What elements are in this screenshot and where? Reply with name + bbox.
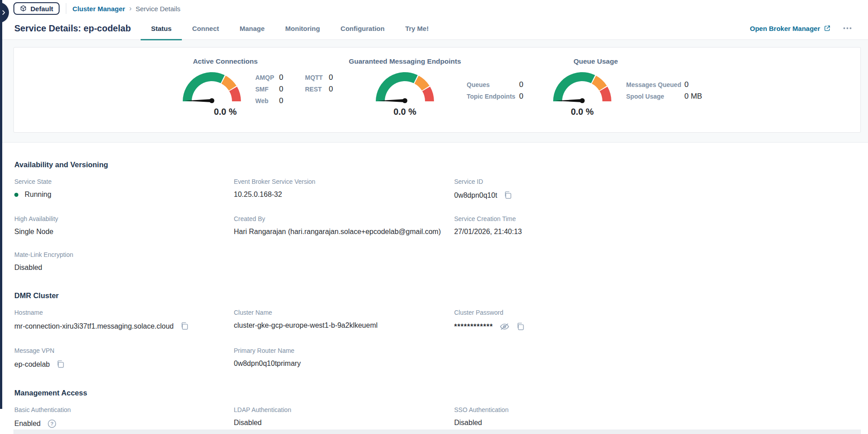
stat-label: REST <box>305 83 329 95</box>
field-service-id: Service ID 0w8dpn0q10t <box>454 178 852 200</box>
tab-try-me[interactable]: Try Me! <box>395 17 439 40</box>
guaranteed-messaging-endpoints-gauge <box>374 69 436 104</box>
copy-icon[interactable] <box>180 321 189 331</box>
topbar-divider <box>66 3 66 14</box>
stat-value: 0 <box>519 79 523 91</box>
tab-configuration[interactable]: Configuration <box>330 17 395 40</box>
queue-usage-gauge <box>551 69 614 104</box>
svg-text:?: ? <box>50 421 53 426</box>
field-value: Enabled <box>14 420 41 428</box>
service-status-gauges-card: Active Connections 0.0 % AMQP 0 MQTT 0 S… <box>13 47 861 133</box>
field-service-creation-time: Service Creation Time 27/01/2026, 21:40:… <box>454 215 852 236</box>
field-created-by: Created By Hari Rangarajan (hari.rangara… <box>234 215 454 236</box>
field-label: LDAP Authentication <box>234 406 454 413</box>
field-label: Cluster Name <box>234 309 454 316</box>
field-mate-link-encryption: Mate-Link Encryption Disabled <box>14 251 234 272</box>
section-availability-and-versioning: Availability and Versioning Service Stat… <box>14 161 852 272</box>
tab-connect[interactable]: Connect <box>182 17 229 40</box>
field-label: Cluster Password <box>454 309 852 316</box>
stat-value: 0 <box>279 72 305 83</box>
field-label: Basic Authentication <box>14 406 234 413</box>
stat-value: 0 <box>684 79 702 91</box>
page-title: Service Details: ep-codelab <box>14 23 131 34</box>
field-label: Created By <box>234 215 454 222</box>
section-management-access: Management Access Basic Authentication E… <box>14 389 852 429</box>
tab-manage[interactable]: Manage <box>229 17 275 40</box>
guaranteed-messaging-endpoints-percent: 0.0 % <box>374 107 436 117</box>
field-value: Disabled <box>454 419 482 427</box>
queue-usage-title: Queue Usage <box>520 57 672 65</box>
field-value: Running <box>25 191 52 199</box>
field-high-availability: High Availability Single Node <box>14 215 234 236</box>
field-message-vpn: Message VPN ep-codelab <box>14 347 234 369</box>
header-actions: Open Broker Manager <box>750 25 852 32</box>
stat-label: Web <box>255 95 279 107</box>
field-label: Service Creation Time <box>454 215 852 222</box>
stat-value: 0 <box>519 91 523 102</box>
active-connections-title: Active Connections <box>149 57 301 65</box>
stat-label: Messages Queued <box>626 79 684 91</box>
field-value: Single Node <box>14 228 53 236</box>
tab-bar: Status Connect Manage Monitoring Configu… <box>141 17 439 40</box>
field-label: Service ID <box>454 178 852 185</box>
copy-icon[interactable] <box>56 360 65 369</box>
page-title-prefix: Service Details: <box>14 23 81 33</box>
breadcrumb-cluster-manager-link[interactable]: Cluster Manager <box>73 5 125 13</box>
stat-label: SMF <box>255 83 279 95</box>
open-broker-manager-link[interactable]: Open Broker Manager <box>750 25 831 32</box>
field-value-masked: ************ <box>454 323 493 331</box>
active-connections-percent: 0.0 % <box>194 107 257 117</box>
more-options-icon[interactable] <box>842 25 852 32</box>
help-icon[interactable]: ? <box>47 419 57 429</box>
field-service-state: Service State Running <box>14 178 234 200</box>
upgrades-table-header-strip <box>13 430 861 434</box>
environment-badge[interactable]: Default <box>13 2 60 15</box>
field-basic-authentication: Basic Authentication Enabled ? <box>14 406 234 429</box>
field-label: SSO Authentication <box>454 406 852 413</box>
field-value: Hari Rangarajan (hari.rangarajan.solace+… <box>234 228 441 236</box>
collapsed-sidebar-rail <box>0 0 2 409</box>
field-cluster-name: Cluster Name cluster-gke-gcp-europe-west… <box>234 309 454 332</box>
running-status-dot-icon <box>14 193 18 197</box>
top-bar: Default Cluster Manager › Service Detail… <box>0 0 868 17</box>
section-heading: Availability and Versioning <box>14 161 852 169</box>
field-value: 0w8dpn0q10tprimary <box>234 360 301 368</box>
section-heading: DMR Cluster <box>14 291 852 300</box>
field-label: Hostname <box>14 309 234 316</box>
breadcrumb-separator-icon: › <box>129 4 131 13</box>
stat-value: 0 MB <box>684 91 702 102</box>
field-value: mr-connection-xiru3i37tf1.messaging.sola… <box>14 322 174 330</box>
copy-icon[interactable] <box>516 322 525 331</box>
guaranteed-messaging-endpoints-title: Guaranteed Messaging Endpoints <box>329 57 481 65</box>
eye-off-icon[interactable] <box>499 321 510 332</box>
field-ldap-authentication: LDAP Authentication Disabled <box>234 406 454 429</box>
stat-value: 0 <box>279 95 305 107</box>
field-sso-authentication: SSO Authentication Disabled <box>454 406 852 429</box>
field-hostname: Hostname mr-connection-xiru3i37tf1.messa… <box>14 309 234 332</box>
active-connections-stats: AMQP 0 MQTT 0 SMF 0 REST 0 Web 0 <box>255 72 333 107</box>
stat-label: Topic Endpoints <box>467 91 519 102</box>
environment-badge-label: Default <box>30 5 53 13</box>
field-value: cluster-gke-gcp-europe-west1-b-9a2klkeue… <box>234 321 378 330</box>
environment-cube-icon <box>20 5 27 12</box>
field-label: High Availability <box>14 215 234 222</box>
service-details-content: Availability and Versioning Service Stat… <box>0 143 868 434</box>
stat-value: 0 <box>279 83 305 95</box>
queue-usage-percent: 0.0 % <box>551 107 614 117</box>
tab-status[interactable]: Status <box>141 17 182 40</box>
open-broker-manager-label: Open Broker Manager <box>750 25 820 32</box>
field-cluster-password: Cluster Password ************ <box>454 309 852 332</box>
breadcrumb: Cluster Manager › Service Details <box>73 4 180 13</box>
field-broker-version: Event Broker Service Version 10.25.0.168… <box>234 178 454 200</box>
field-primary-router-name: Primary Router Name 0w8dpn0q10tprimary <box>234 347 454 369</box>
tab-monitoring[interactable]: Monitoring <box>275 17 330 40</box>
stat-value: 0 <box>329 72 333 83</box>
breadcrumb-current: Service Details <box>136 5 180 13</box>
section-dmr-cluster: DMR Cluster Hostname mr-connection-xiru3… <box>14 291 852 369</box>
stat-label: Queues <box>467 79 519 91</box>
external-link-icon <box>824 25 831 32</box>
queue-usage-stats: Messages Queued 0 Spool Usage 0 MB <box>626 79 702 102</box>
field-label: Primary Router Name <box>234 347 454 354</box>
stat-label: Spool Usage <box>626 91 684 102</box>
copy-icon[interactable] <box>503 191 513 200</box>
